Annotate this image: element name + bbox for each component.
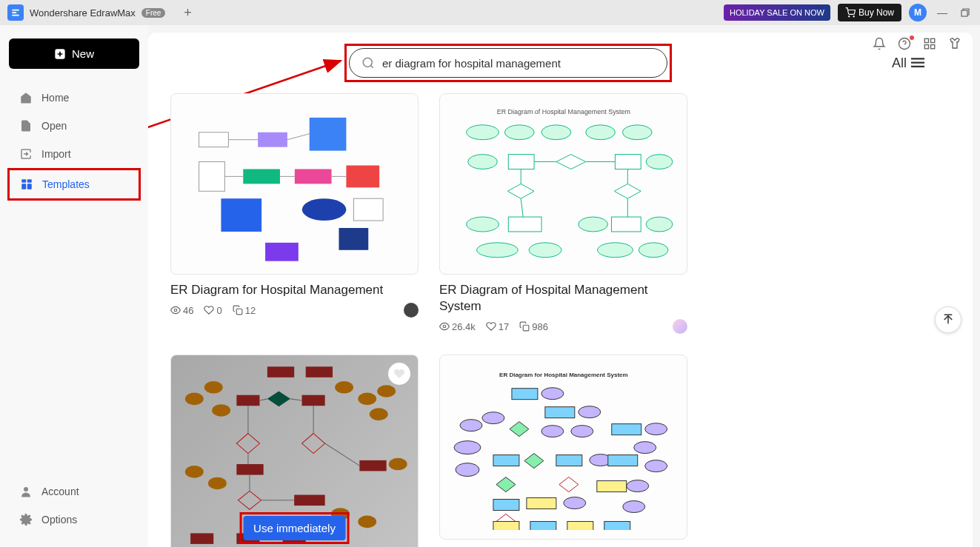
svg-marker-120 — [524, 453, 544, 468]
sidebar-item-account[interactable]: Account — [9, 477, 139, 506]
svg-point-115 — [570, 425, 593, 437]
svg-point-79 — [359, 393, 377, 406]
svg-rect-21 — [199, 132, 228, 147]
bell-icon[interactable] — [873, 37, 886, 50]
maximize-button[interactable] — [958, 8, 973, 17]
new-tab-button[interactable]: + — [179, 4, 196, 21]
svg-marker-89 — [239, 491, 261, 509]
sidebar-item-home[interactable]: Home — [9, 84, 139, 112]
svg-point-117 — [644, 423, 667, 434]
svg-point-81 — [370, 408, 388, 420]
new-button[interactable]: New — [9, 38, 139, 69]
svg-point-132 — [564, 497, 586, 509]
svg-point-46 — [467, 155, 497, 170]
svg-point-61 — [639, 243, 668, 258]
svg-rect-28 — [221, 198, 261, 232]
svg-rect-119 — [493, 454, 519, 466]
svg-point-1 — [853, 16, 854, 17]
svg-marker-82 — [237, 434, 260, 454]
free-badge: Free — [141, 8, 166, 18]
account-icon — [19, 485, 33, 498]
author-avatar — [404, 303, 419, 318]
svg-rect-121 — [556, 454, 582, 466]
svg-line-101 — [325, 443, 360, 466]
search-box[interactable] — [349, 48, 667, 78]
svg-point-3 — [899, 38, 910, 50]
new-button-label: New — [72, 47, 94, 60]
buy-now-button[interactable]: Buy Now — [838, 4, 901, 21]
sidebar-item-options[interactable]: Options — [9, 506, 139, 534]
sidebar-item-import[interactable]: Import — [9, 140, 139, 168]
user-avatar[interactable]: M — [909, 4, 927, 21]
use-button-highlight: Use immediately — [239, 512, 350, 544]
svg-rect-131 — [527, 497, 556, 509]
svg-rect-136 — [493, 521, 519, 530]
svg-rect-133 — [596, 480, 626, 491]
svg-point-108 — [541, 387, 564, 399]
svg-rect-18 — [911, 66, 924, 67]
views-count: 26.4k — [439, 321, 476, 332]
sidebar-item-open[interactable]: Open — [9, 112, 139, 140]
grid-icon[interactable] — [923, 37, 936, 50]
sidebar-item-label: Open — [41, 120, 67, 132]
svg-point-42 — [504, 125, 534, 140]
svg-rect-7 — [931, 45, 935, 49]
likes-count: 17 — [486, 321, 509, 332]
app-logo-icon — [7, 4, 24, 21]
search-highlight — [344, 44, 672, 82]
template-card[interactable]: ER Diagram for Hospital Management Syste… — [439, 355, 687, 547]
svg-point-57 — [646, 217, 673, 232]
filter-all-button[interactable]: All — [892, 56, 924, 71]
svg-point-45 — [622, 125, 652, 140]
buy-now-label: Buy Now — [859, 7, 894, 18]
author-avatar — [673, 319, 687, 334]
sidebar-item-label: Options — [41, 514, 77, 526]
svg-rect-22 — [258, 132, 287, 147]
svg-rect-31 — [265, 243, 299, 261]
svg-point-134 — [626, 480, 648, 491]
svg-point-43 — [541, 125, 571, 140]
svg-marker-50 — [556, 155, 586, 170]
template-thumbnail: ER Diagram for Hospital Management Syste… — [439, 355, 687, 540]
svg-rect-54 — [611, 217, 641, 232]
svg-marker-124 — [496, 477, 516, 491]
svg-rect-129 — [493, 499, 519, 510]
sale-button[interactable]: HOLIDAY SALE ON NOW — [724, 4, 830, 21]
minimize-button[interactable]: — — [934, 7, 950, 19]
sidebar-item-templates[interactable]: Templates — [10, 170, 139, 198]
svg-line-96 — [260, 399, 267, 400]
search-input[interactable] — [382, 57, 655, 70]
svg-rect-116 — [611, 423, 641, 434]
template-card[interactable]: ER Diagram for Hospital Management 46 0 … — [170, 93, 419, 334]
svg-point-111 — [460, 419, 482, 431]
scroll-top-button[interactable] — [935, 306, 961, 333]
svg-point-118 — [454, 440, 481, 454]
template-title: ER Diagram of Hospital Management System — [439, 282, 687, 315]
svg-rect-77 — [302, 395, 325, 406]
svg-rect-90 — [295, 495, 325, 506]
svg-point-78 — [335, 381, 353, 394]
template-card[interactable]: Use immediately ER Diagram for Hospital … — [170, 355, 419, 547]
svg-rect-47 — [508, 155, 534, 170]
svg-text:ER Diagram of Hospital Managem: ER Diagram of Hospital Management System — [496, 108, 630, 115]
svg-marker-83 — [302, 434, 325, 454]
svg-point-15 — [363, 58, 372, 67]
template-card[interactable]: ER Diagram of Hospital Management System… — [439, 93, 687, 334]
svg-rect-9 — [21, 179, 26, 183]
template-thumbnail — [170, 93, 419, 275]
svg-point-0 — [849, 16, 850, 17]
help-icon[interactable] — [898, 37, 911, 50]
template-title: ER Diagram for Hospital Management — [170, 282, 419, 298]
favorite-button[interactable] — [388, 363, 410, 385]
svg-rect-109 — [545, 406, 575, 417]
svg-rect-139 — [604, 521, 630, 530]
use-immediately-button[interactable]: Use immediately — [243, 516, 346, 540]
svg-marker-113 — [510, 421, 529, 436]
shirt-icon[interactable] — [948, 37, 961, 50]
svg-rect-27 — [346, 166, 379, 188]
svg-point-41 — [466, 125, 499, 140]
svg-marker-125 — [559, 477, 579, 491]
svg-point-68 — [443, 325, 446, 328]
svg-point-49 — [646, 155, 673, 170]
svg-rect-137 — [530, 521, 556, 530]
